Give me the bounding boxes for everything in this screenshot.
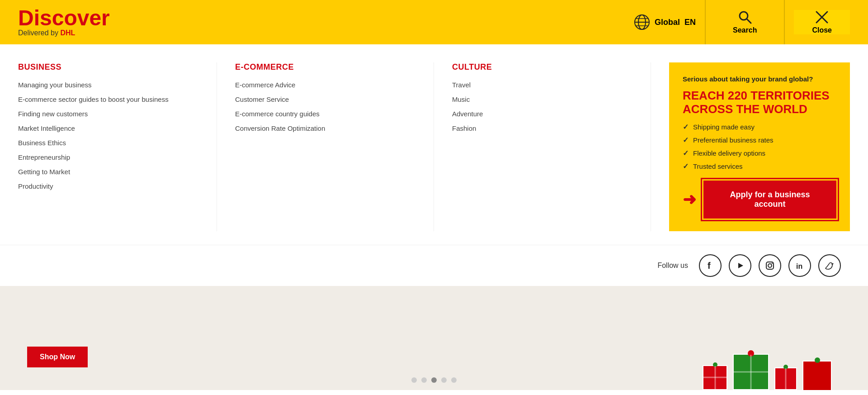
search-section[interactable]: Search xyxy=(715,10,775,34)
list-item[interactable]: Fashion xyxy=(452,124,632,133)
close-label: Close xyxy=(812,26,832,34)
business-title: BUSINESS xyxy=(18,62,198,72)
nav-link[interactable]: Fashion xyxy=(452,124,476,132)
svg-marker-10 xyxy=(738,263,743,268)
hero-cta-button[interactable]: Shop Now xyxy=(27,347,88,367)
gift-box-large xyxy=(733,354,769,390)
promo-serious: Serious about taking your brand global? xyxy=(683,75,836,83)
dropdown-menu: BUSINESS Managing your business E-commer… xyxy=(0,44,868,245)
promo-checklist: ✓ Shipping made easy ✓ Preferential busi… xyxy=(683,123,836,171)
list-item[interactable]: Conversion Rate Optimization xyxy=(235,124,415,133)
twitter-icon[interactable] xyxy=(818,254,841,277)
nav-column-business: BUSINESS Managing your business E-commer… xyxy=(18,62,217,231)
nav-link[interactable]: Music xyxy=(452,95,470,103)
header-divider-2 xyxy=(784,0,785,44)
svg-line-6 xyxy=(747,19,751,23)
check-icon: ✓ xyxy=(683,162,689,171)
checklist-item: ✓ Trusted services xyxy=(683,162,836,171)
checklist-label: Shipping made easy xyxy=(693,123,755,131)
slider-dot[interactable] xyxy=(451,377,457,383)
search-label: Search xyxy=(733,26,757,34)
globe-icon xyxy=(634,14,650,30)
logo[interactable]: Discover Delivered by DHL xyxy=(18,7,110,37)
youtube-icon[interactable] xyxy=(729,254,751,277)
nav-link[interactable]: Travel xyxy=(452,81,471,89)
checklist-label: Preferential business rates xyxy=(693,136,774,144)
checklist-item: ✓ Shipping made easy xyxy=(683,123,836,131)
ecommerce-list: E-commerce Advice Customer Service E-com… xyxy=(235,81,415,133)
nav-link[interactable]: Customer Service xyxy=(235,95,289,103)
promo-cta-row: ➜ Apply for a business account xyxy=(683,181,836,219)
checklist-label: Trusted services xyxy=(693,162,742,170)
checklist-item: ✓ Flexible delivery options xyxy=(683,149,836,157)
search-icon xyxy=(738,10,752,24)
apply-business-account-button[interactable]: Apply for a business account xyxy=(703,181,836,219)
business-list: Managing your business E-commerce sector… xyxy=(18,81,198,190)
list-item[interactable]: Travel xyxy=(452,81,632,89)
nav-link[interactable]: E-commerce country guides xyxy=(235,110,320,118)
gift-box xyxy=(703,365,727,390)
check-icon: ✓ xyxy=(683,136,689,144)
nav-link[interactable]: Conversion Rate Optimization xyxy=(235,124,325,132)
list-item[interactable]: Adventure xyxy=(452,110,632,118)
list-item[interactable]: Business Ethics xyxy=(18,139,198,147)
nav-link[interactable]: Entrepreneurship xyxy=(18,153,70,161)
nav-link[interactable]: Finding new customers xyxy=(18,110,88,118)
list-item[interactable]: Getting to Market xyxy=(18,168,198,176)
nav-link[interactable]: Business Ethics xyxy=(18,139,66,147)
svg-text:in: in xyxy=(796,262,802,270)
close-section[interactable]: Close xyxy=(794,10,850,34)
follow-us-label: Follow us xyxy=(657,262,688,270)
slider-dot[interactable] xyxy=(411,377,417,383)
language-selector[interactable]: Global EN xyxy=(634,14,696,30)
slider-dots xyxy=(411,377,457,383)
svg-point-12 xyxy=(768,264,772,267)
list-item[interactable]: Entrepreneurship xyxy=(18,153,198,162)
header: Discover Delivered by DHL Global EN Sear… xyxy=(0,0,868,44)
close-icon xyxy=(815,10,829,24)
facebook-icon[interactable]: f xyxy=(699,254,722,277)
list-item[interactable]: Market Intelligence xyxy=(18,124,198,133)
slider-dot[interactable] xyxy=(421,377,427,383)
nav-column-culture: CULTURE Travel Music Adventure Fashion xyxy=(434,62,651,231)
list-item[interactable]: E-commerce Advice xyxy=(235,81,415,89)
list-item[interactable]: E-commerce sector guides to boost your b… xyxy=(18,95,198,104)
nav-link[interactable]: E-commerce Advice xyxy=(235,81,295,89)
arrow-right-icon: ➜ xyxy=(683,191,696,208)
header-right: Global EN Search Close xyxy=(634,0,850,44)
list-item[interactable]: Productivity xyxy=(18,182,198,190)
check-icon: ✓ xyxy=(683,123,689,131)
svg-point-13 xyxy=(772,263,773,264)
checklist-label: Flexible delivery options xyxy=(693,149,765,157)
list-item[interactable]: Managing your business xyxy=(18,81,198,89)
culture-list: Travel Music Adventure Fashion xyxy=(452,81,632,133)
slider-dot-active[interactable] xyxy=(431,377,437,383)
gift-box-medium xyxy=(802,361,832,390)
logo-delivered: Delivered by DHL xyxy=(18,29,110,37)
nav-link[interactable]: Market Intelligence xyxy=(18,124,75,132)
logo-discover: Discover xyxy=(18,7,110,29)
gift-box-small xyxy=(774,367,797,390)
global-label: Global xyxy=(655,18,680,27)
lang-label: EN xyxy=(684,18,696,27)
slider-dot[interactable] xyxy=(441,377,447,383)
checklist-item: ✓ Preferential business rates xyxy=(683,136,836,144)
list-item[interactable]: E-commerce country guides xyxy=(235,110,415,118)
gift-boxes xyxy=(703,354,832,390)
list-item[interactable]: Music xyxy=(452,95,632,104)
nav-link[interactable]: Adventure xyxy=(452,110,483,118)
instagram-icon[interactable] xyxy=(759,254,781,277)
culture-title: CULTURE xyxy=(452,62,632,72)
header-divider xyxy=(705,0,706,44)
social-bar: Follow us f in xyxy=(0,245,868,286)
svg-text:f: f xyxy=(708,261,711,271)
nav-link[interactable]: E-commerce sector guides to boost your b… xyxy=(18,95,169,103)
nav-link[interactable]: Productivity xyxy=(18,182,53,190)
list-item[interactable]: Finding new customers xyxy=(18,110,198,118)
ecommerce-title: E-COMMERCE xyxy=(235,62,415,72)
nav-link[interactable]: Getting to Market xyxy=(18,168,70,176)
check-icon: ✓ xyxy=(683,149,689,157)
linkedin-icon[interactable]: in xyxy=(788,254,811,277)
list-item[interactable]: Customer Service xyxy=(235,95,415,104)
nav-link[interactable]: Managing your business xyxy=(18,81,92,89)
